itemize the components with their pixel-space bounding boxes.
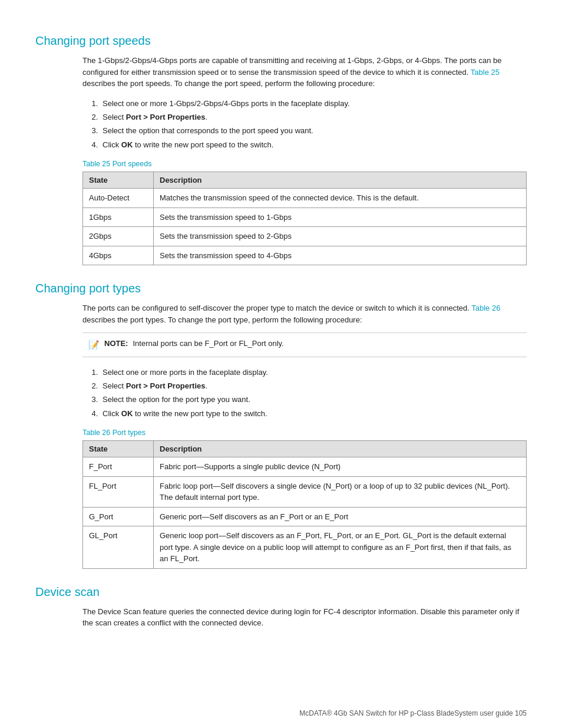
state-4gbps: 4Gbps	[83, 246, 154, 265]
page-footer: McDATA® 4Gb SAN Switch for HP p-Class Bl…	[0, 709, 562, 717]
step-1: Select one or more ports in the faceplat…	[100, 365, 527, 379]
section-changing-port-speeds: Changing port speeds The 1-Gbps/2-Gbps/4…	[35, 34, 527, 265]
note-text: Internal ports can be F_Port or FL_Port …	[133, 338, 283, 350]
table-port-speeds: State Description Auto-Detect Matches th…	[82, 172, 527, 265]
footer-text: McDATA® 4Gb SAN Switch for HP p-Class Bl…	[299, 709, 527, 717]
table-row: FL_Port Fabric loop port—Self discovers …	[83, 476, 527, 507]
col-state-header: State	[83, 172, 154, 189]
desc-2gbps: Sets the transmission speed to 2-Gbps	[154, 227, 527, 246]
state-f-port: F_Port	[83, 457, 154, 477]
col-desc-header: Description	[154, 441, 527, 457]
col-state-header: State	[83, 441, 154, 457]
steps-port-types: Select one or more ports in the faceplat…	[100, 365, 527, 421]
table-row: GL_Port Generic loop port—Self discovers…	[83, 526, 527, 569]
steps-port-speeds: Select one or more 1-Gbps/2-Gbps/4-Gbps …	[100, 97, 527, 152]
step-3: Select the option that corresponds to th…	[100, 124, 527, 137]
table26-label: Table 26 Port types	[82, 429, 527, 437]
desc-f-port: Fabric port—Supports a single public dev…	[154, 457, 527, 477]
intro-port-speeds: The 1-Gbps/2-Gbps/4-Gbps ports are capab…	[82, 55, 527, 90]
step-2: Select Port > Port Properties.	[100, 110, 527, 124]
table-port-types: State Description F_Port Fabric port—Sup…	[82, 440, 527, 569]
step-1: Select one or more 1-Gbps/2-Gbps/4-Gbps …	[100, 97, 527, 110]
table-row: Auto-Detect Matches the transmission spe…	[83, 189, 527, 208]
desc-1gbps: Sets the transmission speed to 1-Gbps	[154, 207, 527, 227]
heading-changing-port-types: Changing port types	[35, 282, 527, 295]
desc-fl-port: Fabric loop port—Self discovers a single…	[154, 476, 527, 507]
desc-4gbps: Sets the transmission speed to 4-Gbps	[154, 246, 527, 265]
state-2gbps: 2Gbps	[83, 227, 154, 246]
heading-device-scan: Device scan	[35, 585, 527, 599]
table-row: F_Port Fabric port—Supports a single pub…	[83, 457, 527, 477]
note-label: NOTE:	[104, 338, 128, 350]
table-row: 4Gbps Sets the transmission speed to 4-G…	[83, 246, 527, 265]
section-changing-port-types: Changing port types The ports can be con…	[35, 282, 527, 569]
note-icon: 📝	[88, 338, 100, 352]
table25-label: Table 25 Port speeds	[82, 160, 527, 168]
heading-changing-port-speeds: Changing port speeds	[35, 34, 527, 48]
state-g-port: G_Port	[83, 507, 154, 526]
step-2: Select Port > Port Properties.	[100, 379, 527, 393]
note-box: 📝 NOTE: Internal ports can be F_Port or …	[82, 332, 527, 357]
step-4: Click OK to write the new port type to t…	[100, 407, 527, 420]
intro-port-types: The ports can be configured to self-disc…	[82, 302, 527, 325]
table-row: 1Gbps Sets the transmission speed to 1-G…	[83, 207, 527, 227]
step-4: Click OK to write the new port speed to …	[100, 138, 527, 151]
table-row: G_Port Generic port—Self discovers as an…	[83, 507, 527, 526]
intro-device-scan: The Device Scan feature queries the conn…	[82, 606, 527, 629]
section-device-scan: Device scan The Device Scan feature quer…	[35, 585, 527, 629]
table-row: 2Gbps Sets the transmission speed to 2-G…	[83, 227, 527, 246]
table25-link[interactable]: Table 25	[471, 68, 500, 77]
table26-link[interactable]: Table 26	[471, 304, 500, 312]
state-gl-port: GL_Port	[83, 526, 154, 569]
desc-auto-detect: Matches the transmission speed of the co…	[154, 189, 527, 208]
state-fl-port: FL_Port	[83, 476, 154, 507]
state-auto-detect: Auto-Detect	[83, 189, 154, 208]
step-3: Select the option for the port type you …	[100, 393, 527, 406]
state-1gbps: 1Gbps	[83, 207, 154, 227]
desc-gl-port: Generic loop port—Self discovers as an F…	[154, 526, 527, 569]
col-desc-header: Description	[154, 172, 527, 189]
desc-g-port: Generic port—Self discovers as an F_Port…	[154, 507, 527, 526]
